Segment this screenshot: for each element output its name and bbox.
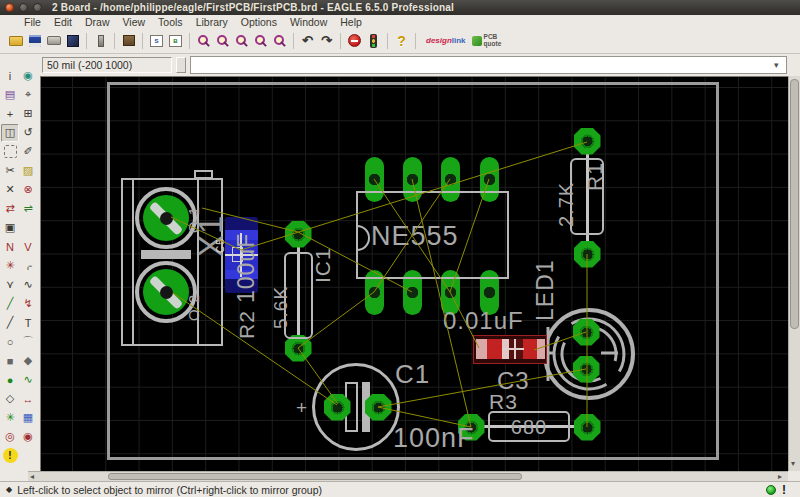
- board-editor-button[interactable]: B: [166, 31, 185, 50]
- delete-tool[interactable]: ✕: [1, 181, 19, 199]
- airwire: [173, 293, 337, 405]
- replace-tool[interactable]: ⊗: [19, 181, 37, 199]
- scroll-left-icon[interactable]: ◂: [30, 472, 34, 481]
- group-tool[interactable]: [4, 145, 17, 158]
- menu-tools[interactable]: Tools: [158, 16, 183, 28]
- zoom-in-button[interactable]: [213, 31, 232, 50]
- menu-file[interactable]: File: [24, 16, 41, 28]
- airwire: [412, 179, 471, 427]
- gateswap-tool[interactable]: ⇌: [19, 200, 37, 218]
- auto-tool[interactable]: ▦: [19, 409, 37, 427]
- change-tool[interactable]: ✐: [19, 143, 37, 161]
- airwire: [450, 179, 489, 292]
- designlink-logo[interactable]: designlink: [426, 36, 466, 45]
- toolbar-separator: [189, 33, 190, 49]
- drc-tool[interactable]: ◎: [1, 428, 19, 446]
- minimize-window-button[interactable]: [19, 3, 28, 12]
- info-tool[interactable]: i: [1, 67, 19, 85]
- zoom-select-icon: [274, 35, 284, 45]
- display-tool[interactable]: ▤: [1, 86, 19, 104]
- text-tool[interactable]: T: [19, 314, 37, 332]
- toolbar-separator: [387, 33, 388, 49]
- window-title: 2 Board - /home/philippe/eagle/FirstPCB/…: [52, 2, 454, 13]
- toolbar-separator: [293, 33, 294, 49]
- scroll-down-icon[interactable]: ▾: [791, 459, 795, 468]
- schematic-editor-button[interactable]: S: [147, 31, 166, 50]
- split-tool[interactable]: ⋎: [1, 276, 19, 294]
- close-window-button[interactable]: [5, 3, 14, 12]
- run-button[interactable]: [364, 31, 383, 50]
- paste-tool[interactable]: ▨: [19, 162, 37, 180]
- ratsnest-tool[interactable]: ✳: [1, 409, 19, 427]
- miter-tool[interactable]: ⌌: [19, 257, 37, 275]
- horizontal-scrollbar[interactable]: ◂ ▸: [28, 471, 788, 481]
- cam-processor-button[interactable]: [63, 31, 82, 50]
- menu-options[interactable]: Options: [241, 16, 277, 28]
- via-tool[interactable]: ●: [1, 371, 19, 389]
- pinswap-tool[interactable]: ⇄: [1, 200, 19, 218]
- lock-tool[interactable]: ▣: [1, 219, 19, 237]
- save-button[interactable]: [25, 31, 44, 50]
- vertical-scrollbar-thumb[interactable]: [790, 79, 799, 329]
- schematic-editor-icon: S: [150, 35, 163, 47]
- zoom-redraw-button[interactable]: [251, 31, 270, 50]
- rect-tool[interactable]: ■: [1, 352, 19, 370]
- status-exclamation-icon[interactable]: !: [782, 483, 786, 497]
- menu-view[interactable]: View: [123, 16, 146, 28]
- dimension-tool[interactable]: ↔: [19, 390, 37, 408]
- airwire: [378, 407, 471, 427]
- route-tool[interactable]: ╱: [1, 295, 19, 313]
- command-bar-handle[interactable]: [176, 57, 186, 73]
- circle-tool[interactable]: ○: [1, 333, 19, 351]
- vertical-scrollbar[interactable]: ▾: [788, 76, 800, 471]
- zoom-fit-icon: [198, 35, 208, 45]
- mark-tool[interactable]: ⌖: [19, 86, 37, 104]
- menu-help[interactable]: Help: [340, 16, 362, 28]
- zoom-select-button[interactable]: [270, 31, 289, 50]
- drill-aid-icon: [98, 35, 104, 47]
- zoom-out-button[interactable]: [232, 31, 251, 50]
- move-tool[interactable]: +: [1, 105, 19, 123]
- show-tool[interactable]: ◉: [19, 67, 37, 85]
- pcbquote-logo[interactable]: PCBquote: [472, 34, 502, 47]
- open-button[interactable]: [6, 31, 25, 50]
- optimize-tool[interactable]: ∿: [19, 276, 37, 294]
- zoom-fit-button[interactable]: [194, 31, 213, 50]
- signal-tool[interactable]: ∿: [19, 371, 37, 389]
- maximize-window-button[interactable]: [33, 3, 42, 12]
- airwire: [298, 348, 338, 404]
- help-button[interactable]: ?: [392, 31, 411, 50]
- polygon-tool[interactable]: ◆: [19, 352, 37, 370]
- menu-draw[interactable]: Draw: [85, 16, 110, 28]
- wire-tool[interactable]: ╱: [1, 314, 19, 332]
- horizontal-scrollbar-thumb[interactable]: [108, 473, 522, 480]
- mirror-tool[interactable]: ◫: [1, 124, 19, 142]
- command-input[interactable]: [190, 56, 787, 74]
- print-button[interactable]: [44, 31, 63, 50]
- stop-button[interactable]: [345, 31, 364, 50]
- warning-indicator[interactable]: !: [3, 448, 18, 463]
- ripup-tool[interactable]: ↯: [19, 295, 37, 313]
- menu-library[interactable]: Library: [196, 16, 228, 28]
- title-bar: 2 Board - /home/philippe/eagle/FirstPCB/…: [0, 0, 800, 15]
- errors-tool[interactable]: ◉: [19, 428, 37, 446]
- value-tool[interactable]: V: [19, 238, 37, 256]
- menu-edit[interactable]: Edit: [54, 16, 72, 28]
- board-canvas[interactable]: O 1 O 2 X1 C5 100uF R2 5.6K: [40, 76, 788, 471]
- designlink-logo-text: design: [426, 36, 452, 45]
- name-tool[interactable]: N: [1, 238, 19, 256]
- library-button[interactable]: [119, 31, 138, 50]
- scroll-right-icon[interactable]: ▸: [778, 472, 782, 481]
- menu-window[interactable]: Window: [290, 16, 327, 28]
- rotate-tool[interactable]: ↺: [19, 124, 37, 142]
- cut-tool[interactable]: ✂: [1, 162, 19, 180]
- undo-button[interactable]: ↶: [298, 31, 317, 50]
- command-bar: 50 mil (-200 1000) ▾: [0, 54, 800, 76]
- redo-button[interactable]: ↷: [317, 31, 336, 50]
- hole-tool[interactable]: ◇: [1, 390, 19, 408]
- chevron-down-icon[interactable]: ▾: [774, 60, 779, 70]
- copy-tool[interactable]: ⊞: [19, 105, 37, 123]
- smash-tool[interactable]: ✳: [1, 257, 19, 275]
- arc-tool[interactable]: ⌒: [19, 333, 37, 351]
- drill-aid-button[interactable]: [91, 31, 110, 50]
